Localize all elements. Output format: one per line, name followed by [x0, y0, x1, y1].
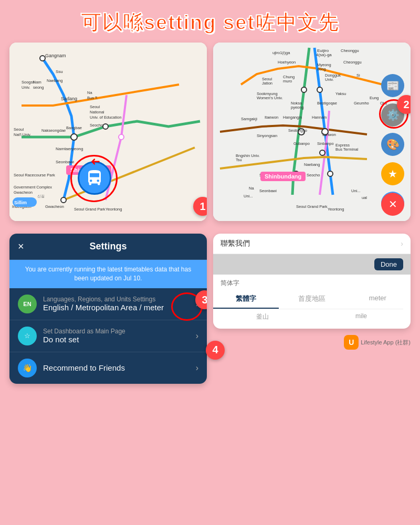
svg-text:Uni...: Uni... [244, 194, 253, 198]
svg-text:dong: dong [317, 67, 326, 71]
svg-point-42 [328, 171, 333, 176]
close-icon-btn[interactable]: ✕ [381, 193, 404, 216]
svg-text:Seoul Grand Park: Seoul Grand Park [296, 204, 328, 209]
star-icon-btn[interactable]: ★ [381, 162, 404, 185]
top-grid: Gangnam Ssu Soogsil Univ. Nam seong Naeb… [0, 43, 420, 227]
svg-text:Gwacheon: Gwacheon [14, 190, 33, 195]
settings-item-languages[interactable]: EN Languages, Regions, and Units Setting… [9, 288, 207, 320]
svg-text:Hannam: Hannam [312, 115, 327, 120]
lang-option-0[interactable]: 繁體字 [213, 290, 279, 309]
svg-point-5 [119, 134, 124, 140]
svg-text:Seoul: Seoul [90, 104, 100, 109]
map-left-panel: Gangnam Ssu Soogsil Univ. Nam seong Naeb… [9, 43, 207, 221]
svg-text:ual: ual [362, 195, 367, 200]
svg-text:Nat'l Univ.: Nat'l Univ. [14, 132, 31, 137]
svg-text:Sadang: Sadang [61, 96, 77, 101]
svg-text:Naebang: Naebang [304, 162, 320, 167]
svg-point-43 [320, 150, 325, 155]
svg-text:Namtaeryeong: Namtaeryeong [56, 146, 83, 151]
svg-text:신길: 신길 [37, 194, 45, 198]
lang-sub-options: 釜山 mile [213, 309, 411, 329]
svg-point-37 [301, 87, 307, 92]
map-right-bg: ujiro1(i)ga Euijiro 4(sa)-ga Cheonggu Ho… [213, 43, 411, 221]
svg-text:Si: Si [356, 73, 360, 78]
svg-text:Samgakji: Samgakji [241, 117, 257, 121]
svg-text:ujiro1(i)ga: ujiro1(i)ga [272, 50, 290, 55]
dashboard-icon: ☆ [18, 327, 37, 345]
svg-text:Univ.: Univ. [325, 77, 334, 82]
svg-text:Univ. of Education: Univ. of Education [90, 115, 121, 120]
dashboard-chevron: › [196, 331, 198, 341]
svg-text:Seoul Racecourse Park: Seoul Racecourse Park [14, 173, 55, 177]
svg-text:Seobinggo: Seobinggo [288, 128, 307, 133]
lang-option-1[interactable]: 首度地區 [279, 290, 344, 309]
svg-text:Ssu: Ssu [56, 69, 63, 74]
settings-item-dashboard-text: Set Dashboard as Main Page Do not set [43, 328, 196, 344]
lang-sub-1[interactable]: mile [312, 309, 411, 324]
svg-text:Seocho: Seocho [90, 123, 103, 128]
settings-close-btn[interactable]: × [18, 240, 24, 253]
lang-options-row: 繁體字 首度地區 meter [213, 290, 411, 309]
news-icon-btn[interactable]: 📰 [381, 74, 404, 97]
svg-text:Geumho: Geumho [354, 101, 369, 106]
page-title: 可以喺setting set咗中文先 [81, 12, 339, 34]
svg-text:Cheonggu: Cheonggu [341, 48, 359, 53]
svg-text:Uni...: Uni... [351, 188, 361, 193]
settings-header: × Settings [9, 234, 207, 260]
lang-panel: 聯繫我們 › Done 简体字 繁體字 首度地區 meter 釜山 mile [213, 234, 411, 329]
lang-done-button[interactable]: Done [374, 258, 403, 270]
svg-text:Naebang: Naebang [47, 78, 62, 83]
svg-text:Women's Univ.: Women's Univ. [257, 96, 283, 100]
settings-item-recommend[interactable]: 👋 Recommend to Friends › [9, 352, 207, 384]
svg-point-38 [317, 87, 322, 92]
svg-text:Na: Na [87, 90, 92, 95]
svg-text:Univ.: Univ. [22, 85, 30, 90]
lifestyle-badge: U Lifestyle App (社群) [213, 335, 411, 350]
svg-text:muro: muro [283, 79, 292, 83]
svg-text:Cheonggu: Cheonggu [343, 60, 362, 65]
svg-text:Seonbawi: Seonbawi [56, 160, 74, 164]
svg-text:National: National [90, 110, 104, 114]
theme-icon-btn[interactable]: 🎨 [381, 133, 404, 156]
svg-point-1 [40, 56, 45, 61]
svg-text:Nakseongdae: Nakseongdae [41, 128, 66, 133]
svg-text:Eung: Eung [370, 96, 379, 100]
svg-text:Hangangin: Hangangin [283, 115, 302, 120]
lang-icon: EN [18, 295, 37, 313]
svg-text:seong: seong [33, 85, 44, 90]
lang-header-row: Done [213, 254, 411, 275]
lang-sub-0[interactable]: 釜山 [213, 309, 312, 324]
svg-text:Bus Terminal: Bus Terminal [335, 147, 359, 152]
svg-text:Seoul Grand Park: Seoul Grand Park [74, 207, 106, 212]
map-left-bg: Gangnam Ssu Soogsil Univ. Nam seong Naeb… [9, 43, 207, 221]
settings-notice: You are currently running the latest tim… [9, 260, 207, 288]
svg-text:Sinbanpo: Sinbanpo [317, 141, 334, 146]
lang-section-label: 简体字 [213, 275, 411, 290]
lang-option-2[interactable]: meter [345, 290, 411, 309]
svg-text:Seoul: Seoul [14, 127, 24, 132]
svg-text:Seocho: Seocho [307, 173, 320, 177]
svg-text:Government Complex: Government Complex [14, 185, 52, 190]
svg-text:Janwon: Janwon [322, 132, 336, 137]
svg-text:Tsu: Tsu [236, 158, 242, 162]
svg-text:Yeontong: Yeontong [328, 207, 344, 212]
svg-text:Sinyongsan: Sinyongsan [257, 133, 277, 138]
annotation-arrow-1: ➜ [91, 155, 100, 169]
settings-title-text: Settings [89, 241, 127, 252]
svg-text:4(sa)-ga: 4(sa)-ga [316, 52, 332, 57]
map-right-panel: ujiro1(i)ga Euijiro 4(sa)-ga Cheonggu Ho… [213, 43, 411, 221]
svg-text:Itaewon: Itaewon [265, 115, 278, 120]
svg-point-3 [103, 124, 108, 129]
settings-item-lang-text: Languages, Regions, and Units Settings E… [43, 296, 196, 312]
contacts-chevron: › [401, 239, 403, 248]
settings-item-dashboard[interactable]: ☆ Set Dashboard as Main Page Do not set … [9, 320, 207, 352]
contacts-text: 聯繫我們 [220, 239, 401, 248]
recommend-icon: 👋 [18, 359, 37, 377]
lifestyle-text: Lifestyle App (社群) [361, 339, 411, 346]
svg-text:Seonbawi: Seonbawi [259, 188, 277, 193]
svg-text:Nam: Nam [33, 80, 41, 85]
bottom-grid: × Settings You are currently running the… [0, 227, 420, 384]
svg-text:Yeontong: Yeontong [106, 207, 122, 212]
svg-text:Na: Na [249, 186, 254, 191]
contacts-row[interactable]: 聯繫我們 › [213, 234, 411, 254]
